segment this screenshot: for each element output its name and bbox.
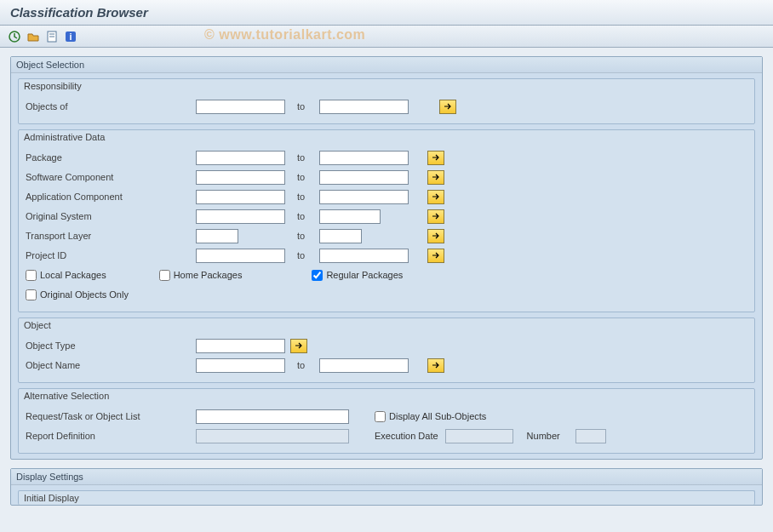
arrow-right-icon	[295, 342, 303, 349]
checkbox-input-original-objects-only[interactable]	[26, 289, 37, 300]
arrow-right-icon	[432, 174, 440, 180]
label-project-id-to: to	[285, 250, 319, 260]
input-original-system-to[interactable]	[319, 209, 381, 224]
checkbox-label-regular-packages: Regular Packages	[326, 270, 403, 280]
label-object-name: Object Name	[26, 360, 196, 370]
subgroup-alt-selection: Alternative Selection Request/Task or Ob…	[18, 388, 755, 454]
checkbox-local-packages[interactable]: Local Packages	[26, 270, 106, 281]
label-package-to: to	[285, 152, 319, 163]
subgroup-title-object: Object	[19, 318, 754, 332]
group-object-selection: Object Selection Responsibility Objects …	[10, 56, 763, 460]
multiple-selection-object-name[interactable]	[427, 358, 444, 373]
checkbox-input-local-packages[interactable]	[26, 270, 37, 281]
document-icon	[45, 30, 59, 43]
subgroup-title-initial-display: Initial Display	[19, 491, 754, 505]
label-objects-of: Objects of	[26, 101, 196, 112]
group-title-object-selection: Object Selection	[11, 57, 762, 73]
input-package-to[interactable]	[319, 151, 409, 165]
arrow-right-icon	[432, 252, 440, 259]
multiple-selection-object-type[interactable]	[290, 339, 307, 353]
multiple-selection-software-component[interactable]	[427, 170, 444, 185]
checkbox-label-display-all-sub: Display All Sub-Objects	[389, 411, 486, 421]
input-execution-date	[445, 429, 513, 443]
input-request-task[interactable]	[196, 409, 349, 424]
folder-open-icon	[26, 30, 40, 43]
input-application-component-to[interactable]	[319, 190, 409, 204]
watermark-text: © www.tutorialkart.com	[204, 27, 365, 43]
checkbox-input-display-all-sub[interactable]	[375, 411, 386, 422]
input-objects-of-from[interactable]	[196, 100, 285, 114]
input-report-definition	[196, 429, 349, 443]
input-object-name-from[interactable]	[196, 358, 285, 373]
page-title: Classification Browser	[10, 5, 763, 20]
arrow-right-icon	[444, 103, 452, 110]
label-request-task: Request/Task or Object List	[26, 411, 196, 421]
input-project-id-from[interactable]	[196, 249, 285, 263]
group-display-settings: Display Settings Initial Display	[10, 468, 763, 506]
program-docs-button[interactable]	[44, 29, 60, 44]
checkbox-home-packages[interactable]: Home Packages	[159, 270, 243, 281]
input-number	[575, 429, 606, 443]
label-software-component-to: to	[285, 172, 319, 182]
input-object-name-to[interactable]	[319, 358, 409, 373]
label-object-type: Object Type	[26, 340, 196, 351]
input-software-component-to[interactable]	[319, 170, 409, 185]
label-application-component: Application Component	[26, 192, 196, 202]
checkbox-display-all-sub[interactable]: Display All Sub-Objects	[375, 411, 486, 422]
input-software-component-from[interactable]	[196, 170, 285, 185]
label-package: Package	[26, 152, 196, 163]
label-transport-layer-to: to	[285, 231, 319, 241]
input-application-component-from[interactable]	[196, 190, 285, 204]
subgroup-object: Object Object Type Object Name to	[18, 317, 755, 383]
execute-button[interactable]	[7, 29, 22, 44]
checkbox-label-home-packages: Home Packages	[174, 270, 243, 280]
title-bar: Classification Browser	[0, 0, 773, 26]
input-transport-layer-to[interactable]	[319, 229, 362, 243]
checkbox-original-objects-only[interactable]: Original Objects Only	[26, 289, 129, 300]
label-number: Number	[527, 431, 560, 441]
input-transport-layer-from[interactable]	[196, 229, 238, 243]
info-icon: i	[64, 30, 77, 43]
checkbox-label-original-objects-only: Original Objects Only	[40, 289, 129, 300]
input-object-type[interactable]	[196, 339, 285, 353]
checkbox-input-regular-packages[interactable]	[312, 270, 323, 281]
checkbox-regular-packages[interactable]: Regular Packages	[312, 270, 403, 281]
label-transport-layer: Transport Layer	[26, 231, 196, 241]
group-title-display-settings: Display Settings	[11, 469, 762, 485]
label-project-id: Project ID	[26, 250, 196, 260]
arrow-right-icon	[432, 193, 440, 200]
subgroup-responsibility: Responsibility Objects of to	[18, 78, 755, 124]
label-original-system-to: to	[285, 211, 319, 221]
subgroup-admin-data: Administrative Data Package to Software …	[18, 129, 755, 312]
arrow-right-icon	[432, 154, 440, 161]
clock-execute-icon	[8, 30, 21, 43]
information-button[interactable]: i	[63, 29, 78, 44]
multiple-selection-application-component[interactable]	[427, 190, 444, 204]
get-variant-button[interactable]	[26, 29, 41, 44]
input-objects-of-to[interactable]	[319, 100, 409, 114]
subgroup-initial-display: Initial Display	[18, 490, 755, 505]
arrow-right-icon	[432, 362, 440, 369]
multiple-selection-package[interactable]	[427, 151, 444, 165]
checkbox-input-home-packages[interactable]	[159, 270, 170, 281]
subgroup-title-admin-data: Administrative Data	[19, 130, 754, 144]
multiple-selection-transport-layer[interactable]	[427, 229, 444, 243]
multiple-selection-objects-of[interactable]	[439, 100, 456, 114]
input-project-id-to[interactable]	[319, 249, 409, 263]
arrow-right-icon	[432, 232, 440, 239]
subgroup-title-alt-selection: Alternative Selection	[19, 389, 754, 403]
subgroup-title-responsibility: Responsibility	[19, 79, 754, 93]
label-report-definition: Report Definition	[26, 431, 196, 441]
input-original-system-from[interactable]	[196, 209, 285, 224]
label-objects-of-to: to	[285, 101, 319, 112]
input-package-from[interactable]	[196, 151, 285, 165]
checkbox-label-local-packages: Local Packages	[40, 270, 106, 280]
app-toolbar: i © www.tutorialkart.com	[0, 26, 773, 48]
multiple-selection-project-id[interactable]	[427, 249, 444, 263]
label-execution-date: Execution Date	[375, 431, 438, 441]
label-original-system: Original System	[26, 211, 196, 221]
label-object-name-to: to	[285, 360, 319, 370]
svg-text:i: i	[69, 31, 72, 42]
arrow-right-icon	[432, 213, 440, 220]
multiple-selection-original-system[interactable]	[427, 209, 444, 224]
